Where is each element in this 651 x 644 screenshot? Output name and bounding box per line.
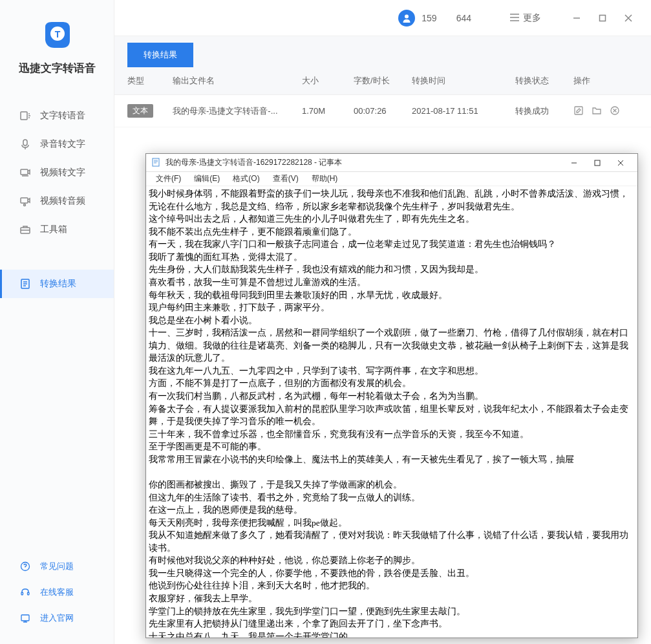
divider bbox=[0, 244, 114, 270]
delete-icon[interactable] bbox=[610, 105, 621, 117]
svg-text:T: T bbox=[55, 29, 61, 39]
sidebar-label: 文字转语音 bbox=[40, 110, 85, 122]
menu-format[interactable]: 格式(O) bbox=[226, 172, 266, 186]
stat-2: 644 bbox=[456, 13, 471, 23]
sidebar-label: 视频转文字 bbox=[40, 167, 85, 178]
stat-1: 159 bbox=[422, 13, 436, 23]
filename-cell: 我的母亲-迅捷文字转语音-... bbox=[173, 105, 302, 117]
notepad-controls bbox=[562, 155, 632, 171]
type-badge: 文本 bbox=[127, 104, 153, 118]
top-bar: 159 644 更多 bbox=[114, 0, 651, 36]
notepad-icon bbox=[151, 158, 162, 168]
sidebar-label: 工具箱 bbox=[40, 224, 67, 235]
col-ops-header: 操作 bbox=[573, 75, 638, 87]
sidebar-item-result[interactable]: 转换结果 bbox=[0, 270, 114, 298]
folder-icon[interactable] bbox=[592, 105, 603, 117]
notepad-content[interactable]: 我小时候身体弱，不能跟着野蛮的孩子们一块儿玩，我母亲也不准我和他们乱跑、乱跳，小… bbox=[146, 186, 637, 638]
ops-cell bbox=[573, 105, 638, 117]
sidebar-label: 视频转音频 bbox=[40, 195, 85, 207]
app-logo-icon: T bbox=[40, 19, 74, 53]
result-icon bbox=[19, 278, 31, 290]
col-duration-header: 字数/时长 bbox=[354, 75, 412, 87]
app-name: 迅捷文字转语音 bbox=[13, 61, 101, 76]
notepad-window: 我的母亲-迅捷文字转语音-1629172282128 - 记事本 文件(F) 编… bbox=[145, 153, 638, 638]
status-cell: 转换成功 bbox=[515, 105, 573, 117]
svg-rect-4 bbox=[21, 169, 28, 175]
col-time-header: 转换时间 bbox=[412, 75, 515, 87]
menu-view[interactable]: 查看(V) bbox=[266, 172, 305, 186]
sidebar-item-rec[interactable]: 录音转文字 bbox=[0, 130, 114, 158]
sidebar-item-video-audio[interactable]: 视频转音频 bbox=[0, 187, 114, 215]
menu-edit[interactable]: 编辑(E) bbox=[187, 172, 226, 186]
tts-icon bbox=[19, 110, 31, 122]
size-cell: 1.70M bbox=[302, 106, 354, 116]
sidebar-label: 转换结果 bbox=[40, 278, 76, 290]
sidebar-label: 录音转文字 bbox=[40, 138, 85, 150]
duration-cell: 00:07:26 bbox=[354, 106, 412, 116]
notepad-title: 我的母亲-迅捷文字转语音-1629172282128 - 记事本 bbox=[165, 157, 562, 168]
video-audio-icon bbox=[19, 195, 31, 207]
svg-rect-3 bbox=[23, 140, 27, 145]
sidebar-item-tts[interactable]: 文字转语音 bbox=[0, 102, 114, 130]
col-size-header: 大小 bbox=[302, 75, 354, 87]
bottom-nav: 常见问题 在线客服 进入官网 bbox=[0, 553, 114, 644]
col-file-header: 输出文件名 bbox=[173, 75, 302, 87]
tab-bar: 转换结果 bbox=[114, 36, 651, 67]
close-button[interactable] bbox=[619, 8, 638, 28]
notepad-menubar: 文件(F) 编辑(E) 格式(O) 查看(V) 帮助(H) bbox=[146, 172, 637, 186]
svg-rect-2 bbox=[21, 112, 27, 120]
svg-rect-5 bbox=[21, 198, 28, 203]
table-header: 类型 输出文件名 大小 字数/时长 转换时间 转换状态 操作 bbox=[114, 67, 651, 95]
menu-help[interactable]: 帮助(H) bbox=[305, 172, 345, 186]
time-cell: 2021-08-17 11:51 bbox=[412, 106, 515, 116]
edit-icon[interactable] bbox=[573, 105, 585, 117]
minimize-button[interactable] bbox=[567, 8, 586, 28]
sidebar-item-website[interactable]: 进入官网 bbox=[0, 605, 114, 631]
hamburger-icon bbox=[510, 13, 519, 23]
svg-rect-12 bbox=[21, 615, 29, 621]
svg-rect-10 bbox=[21, 592, 23, 595]
sidebar-item-video-text[interactable]: 视频转文字 bbox=[0, 158, 114, 187]
user-section[interactable]: 159 bbox=[398, 10, 436, 27]
help-icon bbox=[19, 561, 31, 572]
logo-area: T 迅捷文字转语音 bbox=[0, 0, 114, 89]
menu-file[interactable]: 文件(F) bbox=[149, 172, 187, 186]
sidebar: T 迅捷文字转语音 文字转语音 录音转文字 视频转文字 视频转音频 bbox=[0, 0, 114, 644]
sidebar-label: 进入官网 bbox=[40, 612, 74, 624]
sidebar-item-faq[interactable]: 常见问题 bbox=[0, 553, 114, 579]
notepad-close[interactable] bbox=[609, 155, 632, 171]
sidebar-label: 常见问题 bbox=[40, 561, 74, 572]
svg-rect-11 bbox=[28, 592, 30, 595]
maximize-button[interactable] bbox=[593, 8, 612, 28]
user-avatar-icon bbox=[398, 10, 415, 27]
website-icon bbox=[19, 612, 31, 624]
col-status-header: 转换状态 bbox=[515, 75, 573, 87]
tab-result[interactable]: 转换结果 bbox=[127, 43, 193, 67]
nav-list: 文字转语音 录音转文字 视频转文字 视频转音频 工具箱 转换结果 bbox=[0, 89, 114, 553]
svg-rect-15 bbox=[575, 107, 582, 114]
window-controls bbox=[567, 8, 638, 28]
mic-icon bbox=[19, 138, 31, 150]
svg-rect-18 bbox=[595, 160, 600, 166]
support-icon bbox=[19, 586, 31, 598]
user-info: 159 644 更多 bbox=[398, 10, 541, 27]
col-type-header: 类型 bbox=[127, 75, 173, 87]
sidebar-label: 在线客服 bbox=[40, 586, 74, 598]
more-label: 更多 bbox=[523, 12, 541, 24]
sidebar-item-toolbox[interactable]: 工具箱 bbox=[0, 215, 114, 244]
svg-point-13 bbox=[405, 14, 409, 18]
more-button[interactable]: 更多 bbox=[510, 12, 541, 24]
table-row[interactable]: 文本 我的母亲-迅捷文字转语音-... 1.70M 00:07:26 2021-… bbox=[114, 95, 651, 127]
notepad-minimize[interactable] bbox=[562, 155, 586, 171]
table-area: 类型 输出文件名 大小 字数/时长 转换时间 转换状态 操作 文本 我的母亲-迅… bbox=[114, 67, 651, 127]
svg-rect-17 bbox=[153, 158, 159, 166]
toolbox-icon bbox=[19, 224, 31, 235]
notepad-titlebar[interactable]: 我的母亲-迅捷文字转语音-1629172282128 - 记事本 bbox=[146, 154, 637, 172]
svg-point-6 bbox=[24, 204, 26, 206]
svg-rect-14 bbox=[600, 15, 606, 21]
notepad-maximize[interactable] bbox=[586, 155, 609, 171]
video-text-icon bbox=[19, 167, 31, 178]
sidebar-item-support[interactable]: 在线客服 bbox=[0, 579, 114, 605]
